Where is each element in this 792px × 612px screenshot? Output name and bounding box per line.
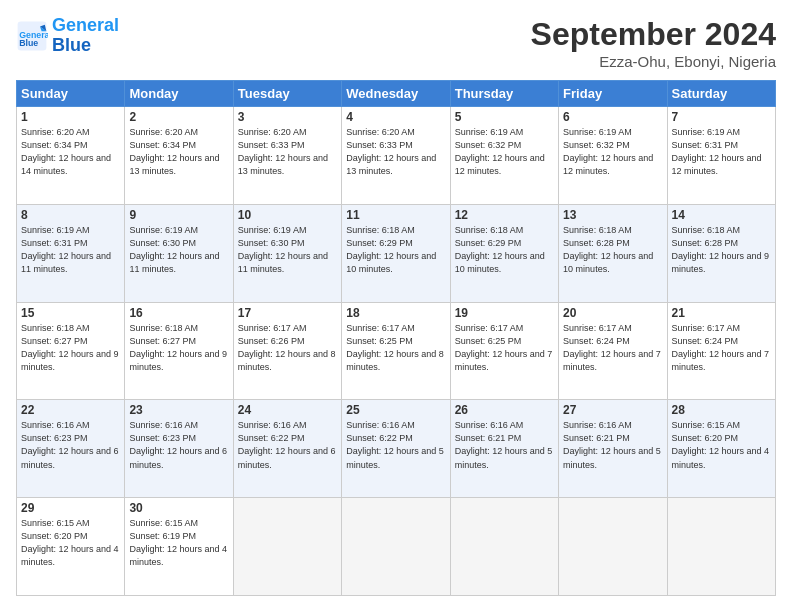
col-sunday: Sunday (17, 81, 125, 107)
day-number: 8 (21, 208, 120, 222)
day-number: 5 (455, 110, 554, 124)
day-number: 10 (238, 208, 337, 222)
table-row: 17Sunrise: 6:17 AMSunset: 6:26 PMDayligh… (233, 302, 341, 400)
table-row: 3Sunrise: 6:20 AMSunset: 6:33 PMDaylight… (233, 107, 341, 205)
day-number: 3 (238, 110, 337, 124)
day-number: 18 (346, 306, 445, 320)
day-info: Sunrise: 6:17 AMSunset: 6:24 PMDaylight:… (672, 322, 771, 374)
logo: General Blue General Blue (16, 16, 119, 56)
table-row: 29Sunrise: 6:15 AMSunset: 6:20 PMDayligh… (17, 498, 125, 596)
day-info: Sunrise: 6:16 AMSunset: 6:22 PMDaylight:… (346, 419, 445, 471)
day-info: Sunrise: 6:18 AMSunset: 6:29 PMDaylight:… (346, 224, 445, 276)
day-info: Sunrise: 6:19 AMSunset: 6:31 PMDaylight:… (672, 126, 771, 178)
day-info: Sunrise: 6:17 AMSunset: 6:26 PMDaylight:… (238, 322, 337, 374)
day-info: Sunrise: 6:17 AMSunset: 6:24 PMDaylight:… (563, 322, 662, 374)
col-thursday: Thursday (450, 81, 558, 107)
day-info: Sunrise: 6:19 AMSunset: 6:30 PMDaylight:… (129, 224, 228, 276)
day-number: 24 (238, 403, 337, 417)
table-row: 15Sunrise: 6:18 AMSunset: 6:27 PMDayligh… (17, 302, 125, 400)
calendar-table: Sunday Monday Tuesday Wednesday Thursday… (16, 80, 776, 596)
calendar-week-row: 22Sunrise: 6:16 AMSunset: 6:23 PMDayligh… (17, 400, 776, 498)
table-row: 27Sunrise: 6:16 AMSunset: 6:21 PMDayligh… (559, 400, 667, 498)
table-row: 19Sunrise: 6:17 AMSunset: 6:25 PMDayligh… (450, 302, 558, 400)
table-row: 21Sunrise: 6:17 AMSunset: 6:24 PMDayligh… (667, 302, 775, 400)
day-number: 29 (21, 501, 120, 515)
day-number: 22 (21, 403, 120, 417)
day-info: Sunrise: 6:20 AMSunset: 6:34 PMDaylight:… (129, 126, 228, 178)
day-info: Sunrise: 6:18 AMSunset: 6:27 PMDaylight:… (21, 322, 120, 374)
month-title: September 2024 (531, 16, 776, 53)
day-number: 23 (129, 403, 228, 417)
col-saturday: Saturday (667, 81, 775, 107)
day-info: Sunrise: 6:16 AMSunset: 6:21 PMDaylight:… (455, 419, 554, 471)
day-number: 11 (346, 208, 445, 222)
table-row: 25Sunrise: 6:16 AMSunset: 6:22 PMDayligh… (342, 400, 450, 498)
table-row: 2Sunrise: 6:20 AMSunset: 6:34 PMDaylight… (125, 107, 233, 205)
svg-text:Blue: Blue (19, 38, 38, 48)
table-row: 5Sunrise: 6:19 AMSunset: 6:32 PMDaylight… (450, 107, 558, 205)
table-row (342, 498, 450, 596)
title-block: September 2024 Ezza-Ohu, Ebonyi, Nigeria (531, 16, 776, 70)
day-number: 4 (346, 110, 445, 124)
day-info: Sunrise: 6:18 AMSunset: 6:28 PMDaylight:… (672, 224, 771, 276)
page: General Blue General Blue September 2024… (0, 0, 792, 612)
col-tuesday: Tuesday (233, 81, 341, 107)
calendar-week-row: 15Sunrise: 6:18 AMSunset: 6:27 PMDayligh… (17, 302, 776, 400)
day-number: 20 (563, 306, 662, 320)
col-wednesday: Wednesday (342, 81, 450, 107)
day-info: Sunrise: 6:20 AMSunset: 6:34 PMDaylight:… (21, 126, 120, 178)
day-number: 25 (346, 403, 445, 417)
calendar-week-row: 29Sunrise: 6:15 AMSunset: 6:20 PMDayligh… (17, 498, 776, 596)
day-info: Sunrise: 6:19 AMSunset: 6:31 PMDaylight:… (21, 224, 120, 276)
day-info: Sunrise: 6:18 AMSunset: 6:29 PMDaylight:… (455, 224, 554, 276)
day-number: 2 (129, 110, 228, 124)
day-info: Sunrise: 6:15 AMSunset: 6:20 PMDaylight:… (21, 517, 120, 569)
day-info: Sunrise: 6:16 AMSunset: 6:21 PMDaylight:… (563, 419, 662, 471)
table-row: 8Sunrise: 6:19 AMSunset: 6:31 PMDaylight… (17, 204, 125, 302)
table-row: 23Sunrise: 6:16 AMSunset: 6:23 PMDayligh… (125, 400, 233, 498)
day-info: Sunrise: 6:19 AMSunset: 6:32 PMDaylight:… (563, 126, 662, 178)
calendar-week-row: 1Sunrise: 6:20 AMSunset: 6:34 PMDaylight… (17, 107, 776, 205)
table-row: 13Sunrise: 6:18 AMSunset: 6:28 PMDayligh… (559, 204, 667, 302)
day-number: 27 (563, 403, 662, 417)
day-number: 30 (129, 501, 228, 515)
day-info: Sunrise: 6:16 AMSunset: 6:23 PMDaylight:… (21, 419, 120, 471)
table-row (233, 498, 341, 596)
day-number: 26 (455, 403, 554, 417)
day-number: 12 (455, 208, 554, 222)
table-row: 7Sunrise: 6:19 AMSunset: 6:31 PMDaylight… (667, 107, 775, 205)
table-row: 22Sunrise: 6:16 AMSunset: 6:23 PMDayligh… (17, 400, 125, 498)
table-row: 6Sunrise: 6:19 AMSunset: 6:32 PMDaylight… (559, 107, 667, 205)
table-row: 14Sunrise: 6:18 AMSunset: 6:28 PMDayligh… (667, 204, 775, 302)
day-number: 7 (672, 110, 771, 124)
calendar-header-row: Sunday Monday Tuesday Wednesday Thursday… (17, 81, 776, 107)
day-number: 16 (129, 306, 228, 320)
day-info: Sunrise: 6:17 AMSunset: 6:25 PMDaylight:… (346, 322, 445, 374)
col-friday: Friday (559, 81, 667, 107)
table-row: 26Sunrise: 6:16 AMSunset: 6:21 PMDayligh… (450, 400, 558, 498)
day-number: 15 (21, 306, 120, 320)
day-info: Sunrise: 6:16 AMSunset: 6:23 PMDaylight:… (129, 419, 228, 471)
table-row: 20Sunrise: 6:17 AMSunset: 6:24 PMDayligh… (559, 302, 667, 400)
day-number: 19 (455, 306, 554, 320)
table-row: 28Sunrise: 6:15 AMSunset: 6:20 PMDayligh… (667, 400, 775, 498)
col-monday: Monday (125, 81, 233, 107)
day-number: 1 (21, 110, 120, 124)
day-info: Sunrise: 6:19 AMSunset: 6:30 PMDaylight:… (238, 224, 337, 276)
day-info: Sunrise: 6:20 AMSunset: 6:33 PMDaylight:… (346, 126, 445, 178)
table-row: 10Sunrise: 6:19 AMSunset: 6:30 PMDayligh… (233, 204, 341, 302)
table-row: 12Sunrise: 6:18 AMSunset: 6:29 PMDayligh… (450, 204, 558, 302)
day-number: 17 (238, 306, 337, 320)
table-row (559, 498, 667, 596)
logo-text: General Blue (52, 16, 119, 56)
logo-icon: General Blue (16, 20, 48, 52)
table-row: 1Sunrise: 6:20 AMSunset: 6:34 PMDaylight… (17, 107, 125, 205)
day-info: Sunrise: 6:18 AMSunset: 6:27 PMDaylight:… (129, 322, 228, 374)
table-row (450, 498, 558, 596)
table-row: 30Sunrise: 6:15 AMSunset: 6:19 PMDayligh… (125, 498, 233, 596)
day-number: 21 (672, 306, 771, 320)
table-row: 11Sunrise: 6:18 AMSunset: 6:29 PMDayligh… (342, 204, 450, 302)
day-info: Sunrise: 6:15 AMSunset: 6:20 PMDaylight:… (672, 419, 771, 471)
day-info: Sunrise: 6:15 AMSunset: 6:19 PMDaylight:… (129, 517, 228, 569)
table-row: 16Sunrise: 6:18 AMSunset: 6:27 PMDayligh… (125, 302, 233, 400)
